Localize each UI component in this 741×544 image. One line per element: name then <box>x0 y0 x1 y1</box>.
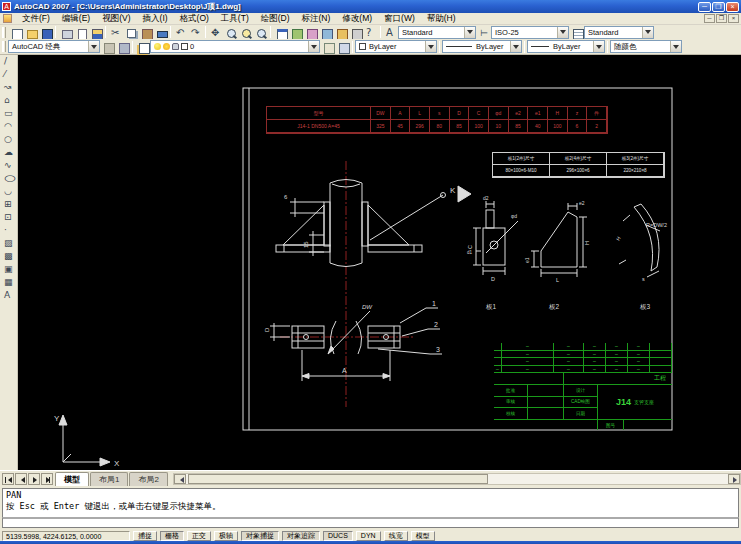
menu-insert[interactable]: 插入(I) <box>137 13 174 24</box>
color-combo[interactable]: ByLayer <box>355 40 437 53</box>
layer-lock-icon[interactable] <box>172 43 179 50</box>
pan-realtime-icon[interactable] <box>208 26 223 39</box>
combo-arrow-icon[interactable] <box>670 41 681 52</box>
minimize-button[interactable]: ─ <box>698 2 711 12</box>
table-icon[interactable] <box>1 276 17 289</box>
tab-first-button[interactable] <box>2 473 14 485</box>
workspace-save-icon[interactable] <box>115 40 130 53</box>
help-icon[interactable] <box>363 26 378 39</box>
menu-window[interactable]: 窗口(W) <box>378 13 421 24</box>
combo-arrow-icon[interactable] <box>464 27 475 38</box>
new-file-icon[interactable] <box>8 26 23 39</box>
polyline-icon[interactable] <box>1 81 17 94</box>
polygon-icon[interactable] <box>1 94 17 107</box>
menu-tools[interactable]: 工具(T) <box>215 13 255 24</box>
ortho-toggle[interactable]: 正交 <box>187 531 211 541</box>
toolbar-grip[interactable] <box>2 41 6 52</box>
layer-properties-icon[interactable] <box>135 40 150 53</box>
quickcalc-icon[interactable] <box>348 26 363 39</box>
toolbar-grip[interactable] <box>2 27 6 38</box>
doc-minimize-button[interactable]: ─ <box>704 14 715 23</box>
gradient-icon[interactable] <box>1 250 17 263</box>
command-history[interactable]: PAN 按 Esc 或 Enter 键退出，或单击右键显示快捷菜单。 <box>2 488 739 517</box>
construction-line-icon[interactable] <box>1 68 17 81</box>
model-toggle[interactable]: 模型 <box>411 531 435 541</box>
scrollbar-thumb[interactable] <box>188 474 488 484</box>
linetype-combo[interactable]: ByLayer <box>442 40 522 53</box>
tab-layout2[interactable]: 布局2 <box>129 472 167 486</box>
doc-close-button[interactable]: × <box>728 14 739 23</box>
plot-icon[interactable] <box>58 26 73 39</box>
layer-combo[interactable]: 0 <box>150 40 320 53</box>
otrack-toggle[interactable]: 对象追踪 <box>282 531 320 541</box>
combo-arrow-icon[interactable] <box>308 41 319 52</box>
revision-cloud-icon[interactable] <box>1 146 17 159</box>
combo-arrow-icon[interactable] <box>593 41 604 52</box>
table-style-combo[interactable]: Standard <box>584 26 654 39</box>
tab-layout1[interactable]: 布局1 <box>90 472 128 486</box>
multiline-text-icon[interactable] <box>1 289 17 302</box>
menu-draw[interactable]: 绘图(D) <box>255 13 296 24</box>
properties-icon[interactable] <box>273 26 288 39</box>
tool-palettes-icon[interactable] <box>303 26 318 39</box>
doc-restore-button[interactable]: ❐ <box>716 14 727 23</box>
plot-preview-icon[interactable] <box>73 26 88 39</box>
combo-arrow-icon[interactable] <box>88 41 99 52</box>
table-style-icon[interactable] <box>569 26 584 39</box>
grid-toggle[interactable]: 栅格 <box>160 531 184 541</box>
document-icon[interactable] <box>3 14 12 23</box>
dyn-toggle[interactable]: DYN <box>356 531 381 541</box>
plot-style-combo[interactable]: 随颜色 <box>610 40 682 53</box>
model-space-canvas[interactable]: K 6 15 DW A 1 2 3 D d2 C d1 D φd 板1 e2 e… <box>18 55 741 470</box>
layer-on-icon[interactable] <box>154 43 161 50</box>
horizontal-scrollbar[interactable] <box>173 473 741 485</box>
arc-icon[interactable] <box>1 120 17 133</box>
scroll-left-button[interactable] <box>174 474 186 484</box>
make-block-icon[interactable] <box>1 211 17 224</box>
workspace-combo[interactable]: AutoCAD 经典 <box>8 40 100 53</box>
combo-arrow-icon[interactable] <box>642 27 653 38</box>
undo-icon[interactable] <box>173 26 188 39</box>
rectangle-icon[interactable] <box>1 107 17 120</box>
ducs-toggle[interactable]: DUCS <box>323 531 353 541</box>
text-style-combo[interactable]: Standard <box>398 26 476 39</box>
cut-icon[interactable] <box>108 26 123 39</box>
zoom-realtime-icon[interactable] <box>223 26 238 39</box>
layer-freeze-icon[interactable] <box>163 43 170 50</box>
save-icon[interactable] <box>38 26 53 39</box>
region-icon[interactable] <box>1 263 17 276</box>
ellipse-icon[interactable] <box>1 172 17 185</box>
close-button[interactable]: × <box>726 2 739 12</box>
menu-format[interactable]: 格式(O) <box>174 13 215 24</box>
point-icon[interactable] <box>1 224 17 237</box>
zoom-previous-icon[interactable] <box>253 26 268 39</box>
paste-icon[interactable] <box>138 26 153 39</box>
circle-icon[interactable] <box>1 133 17 146</box>
tab-last-button[interactable] <box>41 473 53 485</box>
layer-previous-icon[interactable] <box>335 40 350 53</box>
insert-block-icon[interactable] <box>1 198 17 211</box>
make-object-layer-current-icon[interactable] <box>320 40 335 53</box>
snap-toggle[interactable]: 捕捉 <box>133 531 157 541</box>
menu-edit[interactable]: 编辑(E) <box>56 13 96 24</box>
polar-toggle[interactable]: 极轴 <box>214 531 238 541</box>
copy-icon[interactable] <box>123 26 138 39</box>
maximize-button[interactable]: ❐ <box>712 2 725 12</box>
dim-style-combo[interactable]: ISO-25 <box>491 26 569 39</box>
combo-arrow-icon[interactable] <box>557 27 568 38</box>
publish-icon[interactable] <box>88 26 103 39</box>
sheetset-manager-icon[interactable] <box>318 26 333 39</box>
markup-icon[interactable] <box>333 26 348 39</box>
match-properties-icon[interactable] <box>153 26 168 39</box>
menu-view[interactable]: 视图(V) <box>96 13 136 24</box>
tab-model[interactable]: 模型 <box>55 472 89 486</box>
lineweight-combo[interactable]: ByLayer <box>527 40 605 53</box>
line-icon[interactable] <box>1 55 17 68</box>
zoom-window-icon[interactable] <box>238 26 253 39</box>
menu-modify[interactable]: 修改(M) <box>336 13 378 24</box>
spline-icon[interactable] <box>1 159 17 172</box>
workspace-settings-icon[interactable] <box>100 40 115 53</box>
ellipse-arc-icon[interactable] <box>1 185 17 198</box>
menu-file[interactable]: 文件(F) <box>16 13 56 24</box>
tab-prev-button[interactable] <box>15 473 27 485</box>
